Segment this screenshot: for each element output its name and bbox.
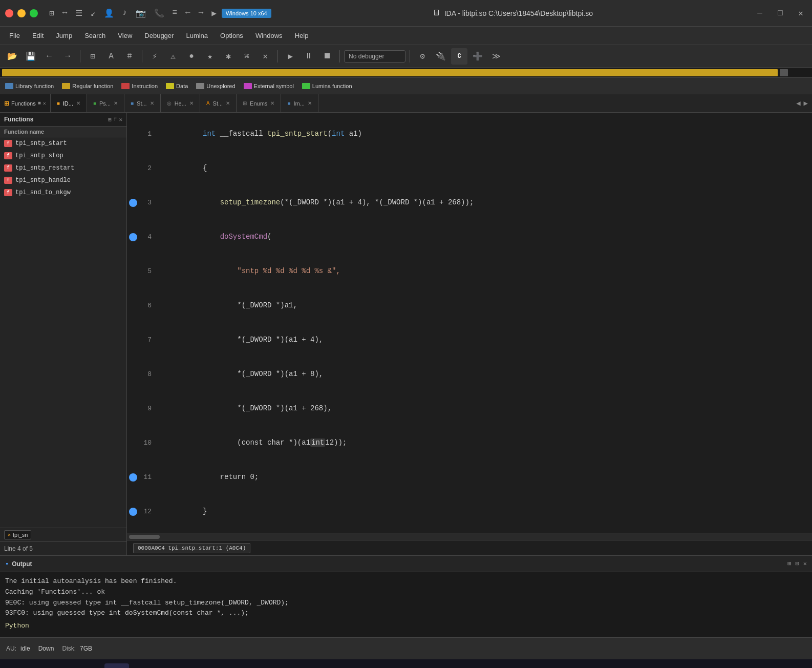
restore-button[interactable]: □ xyxy=(774,7,786,19)
tab-st1-close[interactable]: ✕ xyxy=(150,100,154,106)
tab-st2-close[interactable]: ✕ xyxy=(226,100,230,106)
sidebar-function-icon-5: f xyxy=(4,189,12,196)
tab-ps[interactable]: ■ Ps... ✕ xyxy=(87,94,124,112)
taskbar-search-button[interactable] xyxy=(31,665,51,669)
tab-enums[interactable]: ⊞ Enums ✕ xyxy=(237,94,281,112)
toolbar-nav[interactable]: ⊞ xyxy=(84,48,101,65)
menu-windows[interactable]: Windows xyxy=(250,30,288,41)
minimize-button[interactable]: — xyxy=(754,7,766,19)
scrollbar-horizontal[interactable] xyxy=(127,533,812,540)
toolbar-action3[interactable]: ⌘ xyxy=(239,48,255,65)
breakpoint-3[interactable] xyxy=(129,199,137,207)
tab-im-close[interactable]: ✕ xyxy=(308,100,312,106)
close-dot[interactable] xyxy=(5,9,13,17)
toolbar-settings[interactable]: ⚙ xyxy=(414,48,431,65)
toolbar-xref[interactable]: ⚠ xyxy=(165,48,181,65)
sidebar-icon2[interactable]: f xyxy=(114,116,117,123)
sidebar-item-tpi-snd-to-nkgw[interactable]: f tpi_snd_to_nkgw xyxy=(0,186,126,199)
sidebar-item-tpi-sntp-handle[interactable]: f tpi_sntp_handle xyxy=(0,174,126,186)
toolbar-pause[interactable]: ⏸ xyxy=(301,48,317,65)
toolbar-play[interactable]: ▶ xyxy=(282,48,298,65)
legend-unexplored: Unexplored xyxy=(196,83,235,89)
tab-prev[interactable]: ◀ xyxy=(796,99,800,108)
toolbar-code[interactable]: A xyxy=(103,48,119,65)
sidebar-tab-close[interactable]: ✕ xyxy=(43,100,46,107)
tab-nav[interactable]: ◀ ▶ xyxy=(792,99,812,108)
tab-he[interactable]: ◎ He... ✕ xyxy=(161,94,200,112)
progress-handle[interactable] xyxy=(780,69,788,76)
output-close[interactable]: ✕ xyxy=(803,560,807,568)
toolbar-save[interactable]: 💾 xyxy=(23,48,39,65)
linenum-3: 3 xyxy=(139,199,160,206)
menu-help[interactable]: Help xyxy=(290,30,314,41)
output-line-4: 93FC0: using guessed type int doSystemCm… xyxy=(5,608,807,619)
toolbar-patch[interactable]: ⚡ xyxy=(146,48,163,65)
menu-jump[interactable]: Jump xyxy=(51,30,77,41)
minimize-dot[interactable] xyxy=(17,9,26,17)
debugger-selector[interactable]: No debugger xyxy=(344,50,405,62)
tab-id-close[interactable]: ✕ xyxy=(76,100,80,106)
tab-st1[interactable]: ■ St... ✕ xyxy=(124,94,161,112)
tab-he-close[interactable]: ✕ xyxy=(189,100,194,106)
window-controls[interactable] xyxy=(5,9,38,17)
breakpoint-4[interactable] xyxy=(129,233,137,241)
tab-st2[interactable]: A St... ✕ xyxy=(200,94,237,112)
legend-external-color xyxy=(244,83,252,89)
toolbar-more[interactable]: ≫ xyxy=(488,48,504,65)
window-controls-right[interactable]: — □ ✕ xyxy=(754,7,807,19)
scrollbar-thumb[interactable] xyxy=(129,535,160,539)
menu-file[interactable]: File xyxy=(4,30,25,41)
taskbar-cortana-button[interactable] xyxy=(55,665,76,669)
code-line-2: 2 { xyxy=(127,151,812,185)
tab-im[interactable]: ■ Im... ✕ xyxy=(281,94,318,112)
toolbar-forward[interactable]: → xyxy=(59,48,76,65)
toolbar-back[interactable]: ← xyxy=(41,48,57,65)
toolbar-plugin[interactable]: 🔌 xyxy=(433,48,449,65)
tab-ps-close[interactable]: ✕ xyxy=(114,100,118,106)
toolbar-action2[interactable]: ✱ xyxy=(220,48,237,65)
toolbar-run[interactable]: ● xyxy=(183,48,200,65)
close-button[interactable]: ✕ xyxy=(795,7,807,19)
taskbar-taskview-button[interactable] xyxy=(80,665,100,669)
toolbar-hex[interactable]: # xyxy=(121,48,138,65)
output-detach[interactable]: ⊟ xyxy=(796,560,799,568)
toolbar-c[interactable]: C xyxy=(451,48,467,65)
sep3 xyxy=(277,50,278,62)
toolbar-stop[interactable]: ⏹ xyxy=(319,48,335,65)
sidebar-tab-name: tpi_sn xyxy=(13,532,28,538)
tab-next[interactable]: ▶ xyxy=(804,99,808,108)
toolbar-action4[interactable]: ✕ xyxy=(257,48,273,65)
bp-12 xyxy=(127,508,139,516)
output-header-right[interactable]: ⊞ ⊟ ✕ xyxy=(787,560,807,568)
toolbar-add[interactable]: ➕ xyxy=(469,48,486,65)
sidebar-item-tpi-sntp-restart[interactable]: f tpi_sntp_restart xyxy=(0,162,126,174)
sidebar-tab-bar: ✕ tpi_sn xyxy=(0,528,126,542)
tabs-row: ⊞ Functions ■ ✕ ■ ID... ✕ ■ Ps... ✕ ■ St… xyxy=(0,94,812,113)
sidebar-item-tpi-sntp-stop[interactable]: f tpi_sntp_stop xyxy=(0,150,126,162)
sidebar-item-tpi-sntp-start[interactable]: f tpi_sntp_start xyxy=(0,137,126,150)
maximize-dot[interactable] xyxy=(30,9,38,17)
menu-view[interactable]: View xyxy=(113,30,137,41)
taskbar-start-button[interactable] xyxy=(6,665,27,669)
menu-edit[interactable]: Edit xyxy=(27,30,49,41)
toolbar-action1[interactable]: ★ xyxy=(202,48,218,65)
sidebar-header: Functions ⊞ f ✕ xyxy=(0,113,126,127)
sidebar-header-icons[interactable]: ⊞ f ✕ xyxy=(108,116,122,123)
menu-search[interactable]: Search xyxy=(79,30,111,41)
sidebar-icon1[interactable]: ⊞ xyxy=(108,116,112,123)
tab-ps-icon: ■ xyxy=(93,100,96,106)
code-area[interactable]: 1 int __fastcall tpi_sntp_start(int a1) … xyxy=(127,113,812,533)
output-expand[interactable]: ⊞ xyxy=(787,560,791,568)
taskbar-app-ida[interactable]: IDA xyxy=(104,663,129,669)
tab-id[interactable]: ■ ID... ✕ xyxy=(51,94,87,112)
breakpoint-11[interactable] xyxy=(129,473,137,482)
menu-debugger[interactable]: Debugger xyxy=(139,30,179,41)
sidebar-close-tab[interactable]: ✕ tpi_sn xyxy=(4,530,31,539)
breakpoint-12[interactable] xyxy=(129,508,137,516)
sidebar-icon3[interactable]: ✕ xyxy=(119,116,122,123)
menu-options[interactable]: Options xyxy=(215,30,248,41)
toolbar-open[interactable]: 📂 xyxy=(4,48,20,65)
tab-enums-close[interactable]: ✕ xyxy=(270,100,274,106)
sidebar-tab[interactable]: ⊞ Functions ■ ✕ xyxy=(0,94,51,112)
menu-lumina[interactable]: Lumina xyxy=(181,30,213,41)
